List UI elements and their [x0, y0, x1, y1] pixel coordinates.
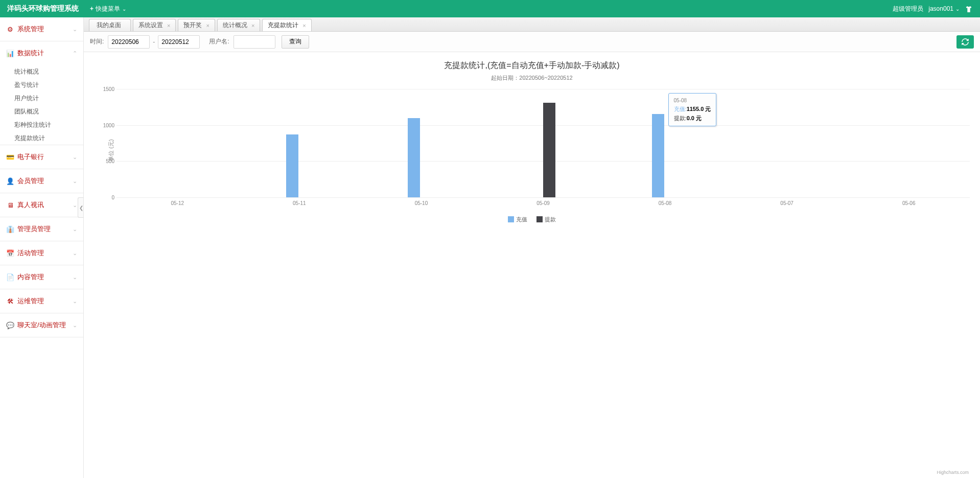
close-icon[interactable]: ×: [206, 22, 209, 29]
bar-充值[interactable]: [286, 134, 298, 197]
y-tick: 1000: [97, 122, 114, 128]
topbar: 洋码头环球购管理系统 + 快捷菜单 ⌄ 超级管理员 jason001 ⌄: [0, 0, 980, 17]
sidebar-group-icon: 💬: [6, 322, 14, 329]
y-tick: 0: [97, 195, 114, 200]
tab-4[interactable]: 充提款统计×: [262, 19, 311, 31]
sidebar-group-4[interactable]: 🖥真人视讯⌄: [0, 193, 83, 217]
legend-swatch: [508, 216, 514, 222]
sidebar-group-label: 系统管理: [17, 25, 44, 34]
sidebar-group-label: 数据统计: [17, 49, 44, 58]
legend[interactable]: 充值提款: [94, 216, 970, 223]
x-tick: 05-11: [293, 200, 306, 206]
chevron-down-icon: ⌄: [73, 322, 77, 329]
date-to-input[interactable]: [158, 35, 200, 49]
legend-item[interactable]: 提款: [536, 216, 556, 223]
x-tick: 05-09: [536, 200, 550, 206]
chevron-down-icon: ⌄: [73, 202, 77, 209]
main: 我的桌面系统设置×预开奖×统计概况×充提款统计× 时间: - 用户名: 查询 充…: [84, 17, 980, 478]
sidebar-item-1-2[interactable]: 用户统计: [0, 92, 83, 105]
sidebar-group-label: 运维管理: [17, 297, 44, 306]
bar-充值[interactable]: [652, 114, 664, 197]
sidebar-group-label: 活动管理: [17, 248, 44, 258]
tab-label: 充提款统计: [268, 21, 298, 30]
sidebar-group-7[interactable]: 📄内容管理⌄: [0, 265, 83, 289]
sidebar-group-icon: 📄: [6, 274, 14, 281]
x-tick: 05-10: [415, 200, 428, 206]
bar-充值[interactable]: [408, 118, 420, 197]
sidebar-item-1-3[interactable]: 团队概况: [0, 105, 83, 118]
plot-area: 单位 (元) 050010001500 05-08充值:1155.0 元提款:0…: [111, 89, 970, 212]
sidebar-item-1-5[interactable]: 充提款统计: [0, 131, 83, 145]
date-from-input[interactable]: [108, 35, 150, 49]
tab-3[interactable]: 统计概况×: [217, 19, 260, 31]
x-tick: 05-06: [902, 200, 916, 206]
chevron-down-icon: ⌄: [73, 226, 77, 233]
chart: 充提款统计,(充值=自动充值+手动加款-手动减款) 起始日期：20220506~…: [84, 52, 980, 478]
sidebar-group-label: 会员管理: [17, 176, 44, 186]
filter-bar: 时间: - 用户名: 查询: [84, 32, 980, 52]
theme-icon[interactable]: [965, 5, 973, 12]
tab-label: 统计概况: [223, 21, 247, 30]
sidebar: ❮ ⚙系统管理⌄📊数据统计⌃统计概况盈亏统计用户统计团队概况彩种投注统计充提款统…: [0, 17, 84, 478]
legend-swatch: [536, 216, 543, 222]
sidebar-group-label: 管理员管理: [17, 224, 51, 234]
sidebar-group-0[interactable]: ⚙系统管理⌄: [0, 17, 83, 41]
sidebar-group-label: 内容管理: [17, 272, 44, 282]
close-icon[interactable]: ×: [167, 22, 170, 29]
chevron-down-icon: ⌄: [73, 178, 77, 185]
chevron-down-icon: ⌄: [122, 6, 126, 12]
sidebar-group-2[interactable]: 💳电子银行⌄: [0, 145, 83, 169]
x-tick: 05-08: [659, 200, 672, 206]
sidebar-group-3[interactable]: 👤会员管理⌄: [0, 169, 83, 193]
sidebar-group-icon: 🖥: [6, 201, 14, 209]
sidebar-item-1-1[interactable]: 盈亏统计: [0, 78, 83, 92]
date-dash: -: [153, 38, 155, 45]
sidebar-group-8[interactable]: 🛠运维管理⌄: [0, 289, 83, 313]
x-tick: 05-07: [780, 200, 794, 206]
chevron-down-icon: ⌄: [73, 274, 77, 281]
chart-credit: Highcharts.com: [937, 470, 969, 475]
sidebar-group-icon: 💳: [6, 153, 14, 161]
y-tick: 500: [97, 158, 114, 164]
tab-1[interactable]: 系统设置×: [133, 19, 176, 31]
sidebar-group-6[interactable]: 📅活动管理⌄: [0, 241, 83, 265]
plus-icon: +: [90, 5, 94, 12]
sidebar-group-5[interactable]: 👔管理员管理⌄: [0, 217, 83, 241]
legend-item[interactable]: 充值: [508, 216, 527, 223]
chevron-down-icon: ⌄: [73, 26, 77, 33]
x-tick: 05-12: [171, 200, 184, 206]
sidebar-group-label: 电子银行: [17, 152, 44, 162]
tab-label: 系统设置: [138, 21, 163, 30]
sidebar-group-icon: 📅: [6, 249, 14, 257]
tab-label: 我的桌面: [97, 21, 121, 30]
close-icon[interactable]: ×: [251, 22, 254, 29]
sidebar-group-icon: 📊: [6, 50, 14, 57]
refresh-icon: [961, 38, 969, 46]
chevron-down-icon: ⌄: [955, 6, 960, 12]
quick-menu[interactable]: + 快捷菜单 ⌄: [90, 5, 126, 13]
chart-subtitle: 起始日期：20220506~20220512: [94, 74, 970, 82]
sidebar-group-label: 聊天室/动画管理: [17, 321, 66, 330]
user-input[interactable]: [234, 35, 275, 49]
chart-tooltip: 05-08充值:1155.0 元提款:0.0 元: [668, 93, 717, 126]
sidebar-group-label: 真人视讯: [17, 200, 44, 210]
role-label: 超级管理员: [893, 5, 923, 13]
chevron-up-icon: ⌃: [73, 50, 77, 57]
sidebar-item-1-0[interactable]: 统计概况: [0, 65, 83, 78]
user-dropdown[interactable]: jason001 ⌄: [928, 5, 960, 12]
sidebar-group-icon: 👔: [6, 225, 14, 233]
sidebar-item-1-4[interactable]: 彩种投注统计: [0, 118, 83, 131]
sidebar-group-1[interactable]: 📊数据统计⌃: [0, 41, 83, 65]
bar-提款[interactable]: [543, 103, 555, 197]
sidebar-group-9[interactable]: 💬聊天室/动画管理⌄: [0, 313, 83, 337]
user-label: 用户名:: [209, 37, 229, 46]
app-title: 洋码头环球购管理系统: [7, 4, 79, 13]
chart-title: 充提款统计,(充值=自动充值+手动加款-手动减款): [94, 60, 970, 71]
tab-label: 预开奖: [183, 21, 202, 30]
query-button[interactable]: 查询: [282, 35, 309, 49]
time-label: 时间:: [90, 37, 104, 46]
tab-2[interactable]: 预开奖×: [178, 19, 215, 31]
tab-0[interactable]: 我的桌面: [89, 19, 131, 31]
close-icon[interactable]: ×: [302, 22, 306, 29]
refresh-button[interactable]: [956, 35, 974, 49]
